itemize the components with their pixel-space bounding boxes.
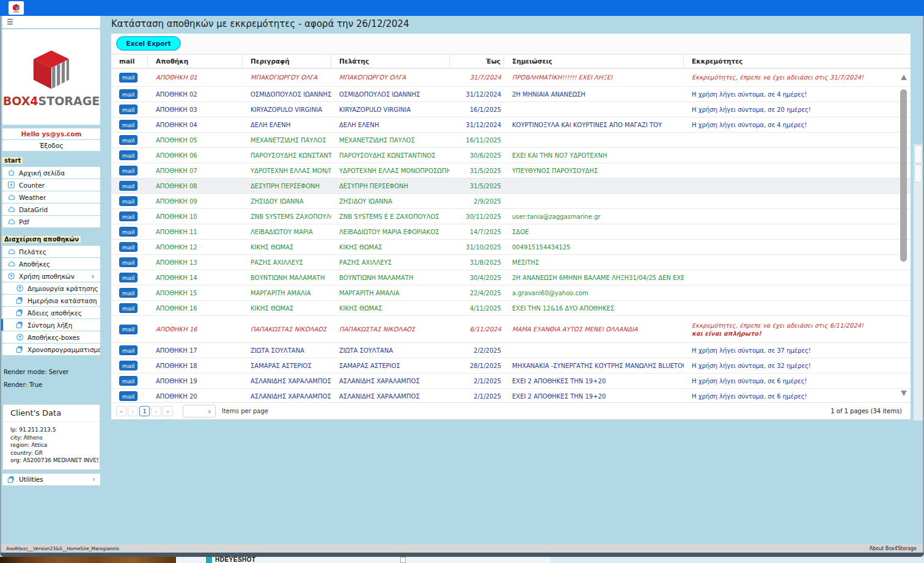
grid-scrollbar[interactable] — [899, 73, 908, 397]
mail-button[interactable]: mail — [119, 135, 138, 145]
cell-warehouse: ΑΠΟΘΗΚΗ 14 — [148, 270, 243, 285]
last-page-button[interactable]: » — [163, 406, 173, 416]
mail-button[interactable]: mail — [119, 166, 138, 175]
mail-button[interactable]: mail — [119, 196, 138, 206]
sidebar-item[interactable]: Χρήση αποθηκών∨ — [2, 270, 100, 282]
mail-button[interactable]: mail — [119, 273, 138, 282]
mail-button[interactable]: mail — [119, 150, 138, 160]
current-page-button[interactable]: 1 — [139, 406, 150, 416]
logout-button[interactable]: Έξοδος — [2, 140, 100, 151]
sidebar-item-utilities[interactable]: Utilities › — [2, 474, 100, 485]
first-page-button[interactable]: « — [116, 406, 127, 416]
mail-button[interactable]: mail — [119, 212, 138, 221]
mail-cell: mail — [111, 285, 148, 300]
document-icon[interactable] — [400, 557, 406, 563]
sidebar-item[interactable]: Αποθήκες-boxes — [2, 331, 100, 343]
cell-notes: ΕΧΕΙ ΤΗΝ 12&16 ΔΥΟ ΑΠΟΘΗΚΕΣ — [504, 301, 684, 315]
mail-cell: mail — [111, 194, 148, 208]
app-favicon[interactable] — [9, 1, 24, 15]
mail-button[interactable]: mail — [119, 303, 138, 313]
mail-button[interactable]: mail — [119, 227, 138, 237]
copy-icon — [16, 321, 24, 329]
sidebar-item[interactable]: Αρχική σελίδα — [2, 167, 100, 178]
cell-description: ΑΣΛΑΝΙΔΗΣ ΧΑΡΑΛΑΜΠΟΣ — [243, 373, 331, 388]
mail-button[interactable]: mail — [119, 391, 138, 401]
table-row: mailΑΠΟΘΗΚΗ 20ΑΣΛΑΝΙΔΗΣ ΧΑΡΑΛΑΜΠΟΣΑΣΛΑΝΙ… — [111, 389, 911, 402]
table-row: mailΑΠΟΘΗΚΗ 08ΔΕΣΥΠΡΗ ΠΕΡΣΕΦΟΝΗΔΕΣΥΠΡΗ Π… — [111, 178, 911, 194]
hdeyeshot-app-icon — [206, 557, 212, 563]
mail-button[interactable]: mail — [119, 105, 138, 114]
background-window-titlebar[interactable]: HDEYESHOT — [206, 557, 256, 563]
cell-notes: 004915154434125 — [504, 240, 684, 254]
hamburger-menu-button[interactable]: ☰ — [2, 16, 100, 28]
cell-pending: Η χρήση λήγει σύντομα, σε 4 ημέρες! — [684, 117, 911, 132]
page-scroll-button-top[interactable] — [914, 145, 922, 163]
client-data-line: country: GR — [10, 449, 98, 457]
mail-button[interactable]: mail — [119, 242, 138, 252]
mail-button[interactable]: mail — [119, 257, 138, 267]
sidebar-item[interactable]: Weather — [2, 191, 100, 203]
cell-pending — [684, 209, 911, 224]
sidebar-item[interactable]: DataGrid — [2, 204, 100, 215]
scroll-down-icon[interactable] — [901, 391, 907, 396]
sidebar-item-label: Counter — [19, 182, 45, 189]
page-scroll-button-bottom[interactable] — [914, 164, 922, 183]
sidebar-item[interactable]: Pdf — [2, 216, 100, 227]
sidebar-item[interactable]: Σύντομη λήξη — [2, 319, 100, 331]
sidebar-item-label: DataGrid — [19, 206, 48, 213]
sidebar-item[interactable]: Άδειες αποθήκες — [2, 307, 100, 318]
copy-icon — [16, 296, 24, 304]
sidebar-item-label: Χρήση αποθηκών — [19, 273, 75, 280]
cell-until: 4/11/2025 — [450, 301, 504, 315]
page-title: Κατάσταση αποθηκών με εκκρεμότητες - αφο… — [111, 18, 409, 29]
table-row: mailΑΠΟΘΗΚΗ 07ΥΔΡΟΤΕΧΝΗ ΕΛΛΑΣ ΜΟΝ/ΠΗ ΙΚΕ… — [111, 163, 911, 178]
sidebar-item[interactable]: Χρονοπρογραμματισμός — [2, 344, 100, 355]
cell-client: ΑΣΛΑΝΙΔΗΣ ΧΑΡΑΛΑΜΠΟΣ — [331, 389, 450, 402]
mail-button[interactable]: mail — [119, 73, 138, 83]
mail-button[interactable]: mail — [119, 345, 138, 355]
logo-wordmark: BOX4STORAGE — [3, 94, 100, 108]
pending-text: Η χρήση λήγει σύντομα, σε 4 ημέρες! — [692, 90, 807, 98]
excel-export-button[interactable]: Excel Export — [116, 36, 181, 51]
mail-button[interactable]: mail — [119, 325, 138, 334]
copy-icon — [16, 345, 24, 353]
page-scrollbar[interactable] — [914, 144, 923, 421]
cell-client: ΚΙΚΗΣ ΘΩΜΑΣ — [331, 240, 450, 254]
sidebar-item[interactable]: Ημερήσια κατάσταση — [2, 295, 100, 306]
table-row: mailΑΠΟΘΗΚΗ 19ΑΣΛΑΝΙΔΗΣ ΧΑΡΑΛΑΜΠΟΣΑΣΛΑΝΙ… — [111, 373, 911, 389]
sidebar-item-label: Δημιουργία κράτησης — [28, 285, 98, 292]
sidebar-item[interactable]: Πελάτες — [2, 246, 100, 257]
scroll-up-icon[interactable] — [901, 75, 907, 80]
sidebar: ☰ BOX4STORAGE — [1, 16, 101, 544]
mail-button[interactable]: mail — [119, 376, 138, 386]
cell-warehouse: ΑΠΟΘΗΚΗ 10 — [148, 209, 243, 224]
mail-button[interactable]: mail — [119, 361, 138, 370]
mail-cell: mail — [111, 270, 148, 285]
cell-description: ΛΕΙΒΑΔΙΩΤΟΥ ΜΑΡΙΑ — [243, 224, 331, 239]
cell-warehouse: ΑΠΟΘΗΚΗ 07 — [148, 163, 243, 178]
cell-description: ΠΑΡΟΥΣΟΥΔΗΣ ΚΩΝΣΤΑΝΤΙΝΟΣ — [243, 148, 331, 163]
cell-description: KIRYAZOPULO VIRGINIA — [243, 102, 331, 117]
next-page-button[interactable]: › — [151, 406, 161, 416]
prev-page-button[interactable]: ‹ — [128, 406, 138, 416]
mail-button[interactable]: mail — [119, 181, 138, 191]
pending-text: Η χρήση λήγει σύντομα, σε 37 ημέρες! — [692, 347, 811, 355]
table-row: mailΑΠΟΘΗΚΗ 02ΟΣΜΙΔΟΠΟΥΛΟΣ ΙΩΑΝΝΗΣΟΣΜΙΔΟ… — [111, 87, 911, 102]
items-per-page-select[interactable]: ∨ — [183, 405, 216, 418]
cell-notes: ΠΡΟΒΛΗΜΑΤΙΚΗ!!!!!! ΕΧΕΙ ΛΗΞΕΙ — [504, 68, 684, 86]
cell-notes: ΣΔΟΕ — [504, 224, 684, 239]
mail-button[interactable]: mail — [119, 288, 138, 298]
cell-until: 16/11/2025 — [450, 133, 504, 147]
sidebar-item[interactable]: Counter — [2, 179, 100, 191]
sidebar-item[interactable]: Αποθήκες — [2, 258, 100, 270]
status-bar-about-link[interactable]: About Box4Storage — [870, 546, 923, 551]
sidebar-item-label: Άδειες αποθήκες — [28, 309, 82, 317]
cell-description: ΖΝΒ SYSTEMS ΖΑΧΟΠΟΥΛΟΣ — [243, 209, 331, 224]
mail-button[interactable]: mail — [119, 120, 138, 130]
cell-client: ΖΗΣΙΔΟΥ ΙΩΑΝΝΑ — [331, 194, 450, 208]
scrollbar-thumb[interactable] — [900, 89, 907, 262]
sidebar-item-label: Αρχική σελίδα — [19, 169, 65, 177]
column-header: Έως — [450, 54, 504, 68]
mail-button[interactable]: mail — [119, 89, 138, 99]
sidebar-item[interactable]: Δημιουργία κράτησης — [2, 282, 100, 294]
